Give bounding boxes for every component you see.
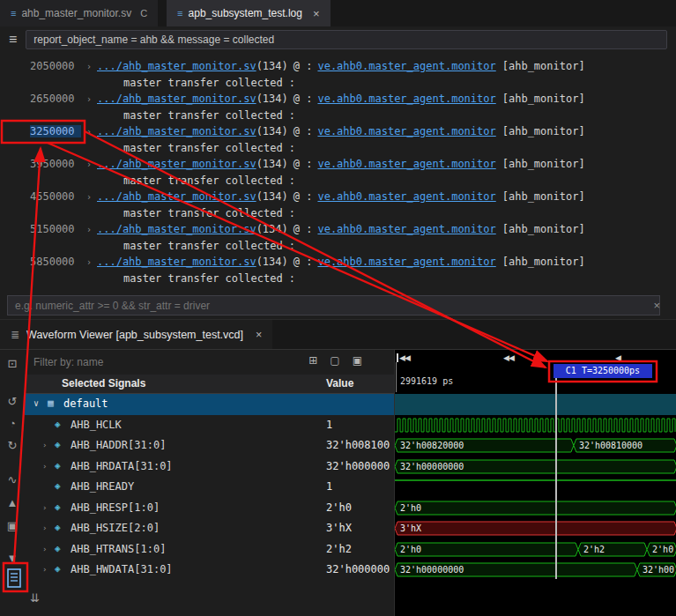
log-entry: 4550000›.../ahb_master_monitor.sv(134)@ … xyxy=(0,189,676,205)
timeline-marker[interactable]: ◀◀ xyxy=(397,353,410,362)
chevron-right-icon[interactable]: › xyxy=(42,503,47,512)
chevron-right-icon[interactable]: › xyxy=(42,462,47,471)
log-scope-link[interactable]: ve.ahb0.master_agent.monitor xyxy=(317,60,495,72)
cursor1-flag[interactable]: C1 T=3250000ps xyxy=(553,364,652,378)
timeline-tick xyxy=(396,362,397,392)
log-timestamp[interactable]: 5850000 xyxy=(30,256,81,268)
expand-icon[interactable]: › xyxy=(81,192,97,202)
copy-signals-icon[interactable]: ▢ xyxy=(330,354,339,367)
log-scope-link[interactable]: ve.ahb0.master_agent.monitor xyxy=(317,125,495,137)
log-timestamp[interactable]: 2050000 xyxy=(30,60,81,72)
add-group-icon[interactable]: ⊞ xyxy=(308,354,317,367)
log-scope-link[interactable]: ve.ahb0.master_agent.monitor xyxy=(317,256,495,268)
log-filter-input[interactable] xyxy=(26,30,667,49)
log-scope-link[interactable]: ve.ahb0.master_agent.monitor xyxy=(317,190,495,203)
signal-tree: ∨▦default◈AHB_HCLK1›◈AHB_HADDR[31:0]32'h… xyxy=(25,394,394,581)
save-view-icon[interactable]: ⊡ xyxy=(4,357,21,370)
chevron-right-icon[interactable]: › xyxy=(42,565,47,574)
wave-row-AHB_HADDR: 32'h0082000032'h00810000 xyxy=(395,435,676,456)
log-scope-link[interactable]: ve.ahb0.master_agent.monitor xyxy=(317,93,495,105)
history-icon[interactable]: ◔ xyxy=(4,417,21,430)
signal-row[interactable]: ›◈AHB_HRESP[1:0]2'h0 xyxy=(25,498,394,519)
menu-icon[interactable]: ≡ xyxy=(9,32,17,48)
signal-row[interactable]: ›◈AHB_HWDATA[31:0]32'h000000 xyxy=(25,560,394,581)
log-message: master transfer collected : xyxy=(0,173,676,189)
expand-icon[interactable]: › xyxy=(81,160,97,169)
signal-row[interactable]: ›◈AHB_HRDATA[31:0]32'h000000 xyxy=(25,456,394,478)
log-entry: 2050000›.../ahb_master_monitor.sv(134)@ … xyxy=(0,58,676,75)
log-scope-link[interactable]: ve.ahb0.master_agent.monitor xyxy=(317,223,495,235)
refresh-icon[interactable]: ↺ xyxy=(4,395,21,408)
expand-icon[interactable]: › xyxy=(81,127,97,137)
signal-row[interactable]: ◈AHB_HREADY1 xyxy=(25,477,394,498)
duplicate-signals-icon[interactable]: ▣ xyxy=(353,354,362,367)
log-output: 2050000›.../ahb_master_monitor.sv(134)@ … xyxy=(0,53,676,293)
wave-row-AHB_HTRANS: 2'h02'h22'h0 xyxy=(395,539,676,560)
signal-filter-input[interactable] xyxy=(30,353,259,371)
log-timestamp[interactable]: 3250000 xyxy=(30,125,81,137)
waveform-canvas[interactable]: 2991619 ps C1 T=3250000ps ◀◀◀◀◀ 32'h0082… xyxy=(394,350,676,616)
log-scope-link[interactable]: ve.ahb0.master_agent.monitor xyxy=(317,158,495,170)
log-filter-bar: ≡ xyxy=(0,26,676,53)
signal-value: 3'hX xyxy=(326,522,393,534)
chevron-right-icon[interactable]: › xyxy=(42,523,47,532)
log-file-link[interactable]: .../ahb_master_monitor.sv xyxy=(97,60,256,72)
log-timestamp[interactable]: 2650000 xyxy=(30,93,81,105)
group-icon: ▦ xyxy=(48,397,54,409)
log-timestamp[interactable]: 3950000 xyxy=(30,158,81,170)
tab-apb-subsystem-test-log[interactable]: ≡ apb_subsystem_test.log × xyxy=(167,0,330,26)
log-file-link[interactable]: .../ahb_master_monitor.sv xyxy=(97,93,256,105)
signal-row[interactable]: ›◈AHB_HSIZE[2:0]3'hX xyxy=(25,518,394,539)
log-file-link[interactable]: .../ahb_master_monitor.sv xyxy=(97,158,256,170)
sync-icon[interactable]: ↻ xyxy=(4,439,21,452)
tab-label: ahb_master_monitor.sv xyxy=(21,7,131,19)
log-line-number: (134) xyxy=(256,190,288,203)
signal-icon: ◈ xyxy=(55,439,61,450)
svg-text:32'h00000000: 32'h00000000 xyxy=(400,565,464,575)
log-tag: [ahb_monitor] xyxy=(502,125,585,137)
clear-filter-icon[interactable]: × xyxy=(653,299,660,312)
tab-waveform-viewer[interactable]: ≣ Waveform Viewer [apb_subsystem_test.vc… xyxy=(0,320,272,349)
scroll-up-icon[interactable]: ▲ xyxy=(4,496,21,509)
log-separator: @ : xyxy=(293,190,313,203)
signal-row[interactable]: ◈AHB_HCLK1 xyxy=(25,415,394,436)
signal-tools: ⊞▢▣ xyxy=(308,354,362,367)
log-file-link[interactable]: .../ahb_master_monitor.sv xyxy=(97,223,256,235)
timeline-marker[interactable]: ◀ xyxy=(615,353,620,362)
log-line-number: (134) xyxy=(256,93,288,105)
scroll-down-icon[interactable]: ▼ xyxy=(4,552,21,565)
signal-icon: ◈ xyxy=(55,522,61,533)
chevron-right-icon[interactable]: › xyxy=(42,441,47,449)
expand-icon[interactable]: › xyxy=(81,257,97,267)
signal-icon: ◈ xyxy=(55,419,61,430)
cursor1-line[interactable] xyxy=(555,378,557,579)
log-tag: [ahb_monitor] xyxy=(502,223,585,235)
attribute-filter-input[interactable] xyxy=(7,295,660,315)
expand-icon[interactable]: › xyxy=(81,62,97,71)
signal-name: AHB_HCLK xyxy=(71,419,122,431)
signal-name: AHB_HREADY xyxy=(71,480,134,493)
signal-icon: ◈ xyxy=(55,460,61,471)
chevron-down-icon[interactable]: ∨ xyxy=(33,398,39,408)
signal-row[interactable]: ›◈AHB_HTRANS[1:0]2'h2 xyxy=(25,539,394,560)
group-wave-band xyxy=(395,394,676,415)
grid-view-icon[interactable]: ▣ xyxy=(4,519,21,532)
expand-icon[interactable]: › xyxy=(81,94,97,104)
log-file-link[interactable]: .../ahb_master_monitor.sv xyxy=(97,125,256,137)
signal-group-row[interactable]: ∨▦default xyxy=(25,394,394,415)
chevron-right-icon[interactable]: › xyxy=(42,545,47,553)
close-panel-icon[interactable]: × xyxy=(256,329,262,341)
close-tab-icon[interactable]: × xyxy=(313,7,320,20)
analog-wave-icon[interactable]: ∿ xyxy=(4,473,21,486)
signal-value: 32'h000000 xyxy=(326,460,393,472)
report-log-icon[interactable] xyxy=(5,567,23,590)
expand-icon[interactable]: › xyxy=(81,225,97,234)
log-timestamp[interactable]: 5150000 xyxy=(30,223,81,235)
log-file-link[interactable]: .../ahb_master_monitor.sv xyxy=(97,190,256,203)
timeline-marker[interactable]: ◀◀ xyxy=(503,353,514,362)
group-label: default xyxy=(63,397,108,410)
log-timestamp[interactable]: 4550000 xyxy=(30,190,81,203)
log-file-link[interactable]: .../ahb_master_monitor.sv xyxy=(97,256,256,268)
tab-ahb-master-monitor[interactable]: ≡ ahb_master_monitor.sv C xyxy=(0,0,158,26)
signal-row[interactable]: ›◈AHB_HADDR[31:0]32'h008100 xyxy=(25,435,394,456)
